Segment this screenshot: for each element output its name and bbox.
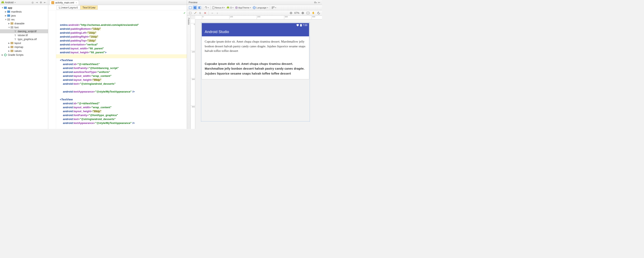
view-design-icon[interactable] xyxy=(188,6,192,10)
project-mode-dropdown[interactable]: Android ▾ xyxy=(1,1,16,4)
android-icon xyxy=(1,2,4,3)
code-editor: <> activity_main.xml × LinearLayout Text… xyxy=(48,0,187,129)
zoom-in-button[interactable]: ⊕ xyxy=(300,11,305,15)
textview-1[interactable]: Cupcake ipsum dolor sit. Amet chupa chup… xyxy=(205,39,306,53)
orientation-dropdown[interactable] xyxy=(204,6,210,10)
project-sidebar: Android ▾ ◎ ⇥ ⚙ ⇤ ▼app ▶manifests ▶java … xyxy=(0,0,48,129)
svg-rect-5 xyxy=(195,7,196,8)
wand-icon[interactable] xyxy=(193,11,197,15)
tree-node-app[interactable]: ▼app xyxy=(0,6,48,10)
xml-file-icon: <> xyxy=(51,1,54,4)
svg-rect-13 xyxy=(273,7,274,8)
palette-tab[interactable]: Palette xyxy=(187,16,191,129)
inspection-ok-icon: ✔ xyxy=(184,11,186,15)
ruler-vertical: 0 100 200 300 xyxy=(191,20,195,129)
gear-icon[interactable]: ⚙▾ xyxy=(314,1,317,4)
svg-point-17 xyxy=(196,12,196,12)
expand-v-icon[interactable]: ↕ xyxy=(215,11,219,15)
theme-dropdown[interactable]: AppTheme xyxy=(234,6,252,10)
target-icon[interactable]: ◎ xyxy=(31,1,34,4)
wifi-icon xyxy=(296,24,299,27)
sigma-icon[interactable]: Σ xyxy=(198,11,202,15)
close-icon[interactable]: × xyxy=(76,2,77,4)
crumb-linearlayout[interactable]: LinearLayout xyxy=(56,5,80,10)
collapse-icon[interactable]: ⇥ xyxy=(35,1,38,4)
battery-icon xyxy=(300,24,302,27)
design-canvas[interactable]: Palette 0 100 200 300 400 0 100 200 300 xyxy=(187,16,322,129)
tree-node-layout[interactable]: ▶layout xyxy=(0,41,48,45)
tree-file-lobster[interactable]: Tlobster.ttf xyxy=(0,33,48,37)
svg-rect-14 xyxy=(272,8,273,9)
view-blueprint-icon[interactable] xyxy=(193,6,197,10)
gear-icon[interactable]: ⚙ xyxy=(39,1,43,4)
tree-node-java[interactable]: ▶java xyxy=(0,14,48,18)
tab-label: activity_main.xml xyxy=(55,1,74,4)
view-both-icon[interactable] xyxy=(198,6,202,10)
svg-text:<>: <> xyxy=(52,2,54,4)
sidebar-header: Android ▾ ◎ ⇥ ⚙ ⇤ xyxy=(0,0,48,5)
svg-rect-3 xyxy=(189,7,192,9)
svg-rect-4 xyxy=(194,7,195,9)
status-bar: 7:00 xyxy=(202,23,309,27)
svg-point-0 xyxy=(4,54,6,56)
preview-toolbar-2: Σ ↔ ↕ ⊖ 67% ⊕ ✋ xyxy=(187,10,322,16)
svg-line-16 xyxy=(194,12,196,14)
hide-icon[interactable]: ⇤ xyxy=(43,1,47,4)
preview-title: Preview xyxy=(188,1,198,4)
tree-node-font[interactable]: ▼font xyxy=(0,25,48,29)
globe-icon xyxy=(253,6,256,9)
preview-header: Preview ⚙▾ ⇤ xyxy=(187,0,322,5)
svg-rect-22 xyxy=(300,24,302,27)
tree-node-mipmap[interactable]: ▶mipmap xyxy=(0,45,48,49)
tree-node-gradle[interactable]: ▶Gradle Scripts xyxy=(0,53,48,57)
clock: 7:00 xyxy=(302,24,307,27)
theme-icon xyxy=(235,7,238,9)
preview-panel: Preview ⚙▾ ⇤ Nexus 4 O AppTheme Language… xyxy=(187,0,322,129)
svg-rect-7 xyxy=(198,7,200,9)
svg-rect-8 xyxy=(200,7,201,9)
crumb-textview[interactable]: TextView xyxy=(80,5,98,10)
svg-point-11 xyxy=(236,7,237,8)
device-dropdown[interactable]: Nexus 4 xyxy=(212,6,226,10)
tree-file-dancing-script[interactable]: Tdancing_script.ttf xyxy=(0,29,48,33)
tree-file-typo-graphica[interactable]: Ttypo_graphica.otf xyxy=(0,37,48,41)
editor-tabs: <> activity_main.xml × xyxy=(48,0,187,5)
select-icon[interactable] xyxy=(188,11,192,15)
tree-node-manifests[interactable]: ▶manifests xyxy=(0,10,48,14)
api-dropdown[interactable]: O xyxy=(226,6,234,10)
clear-constraints-icon[interactable] xyxy=(203,11,207,15)
app-bar: Android Studio xyxy=(202,27,309,36)
zoom-out-button[interactable]: ⊖ xyxy=(289,11,293,15)
project-tree: ▼app ▶manifests ▶java ▼res ▶drawable ▼fo… xyxy=(0,5,48,129)
device-body: Cupcake ipsum dolor sit. Amet chupa chup… xyxy=(202,36,309,79)
variants-dropdown[interactable] xyxy=(271,6,277,10)
code-area[interactable]: ✔ xmlns:android="http://schemas.android.… xyxy=(48,10,187,129)
breadcrumb: LinearLayout TextView xyxy=(48,5,187,10)
expand-h-icon[interactable]: ↔ xyxy=(210,11,214,15)
app-title: Android Studio xyxy=(205,30,229,34)
svg-rect-9 xyxy=(212,7,214,9)
svg-rect-15 xyxy=(189,12,191,14)
device-frame[interactable]: 7:00 Android Studio Cupcake ipsum dolor … xyxy=(202,23,309,79)
project-mode-label: Android xyxy=(5,1,14,4)
gutter xyxy=(48,10,56,129)
svg-rect-20 xyxy=(307,12,309,14)
tree-node-res[interactable]: ▼res xyxy=(0,18,48,22)
pan-icon[interactable]: ✋ xyxy=(311,11,316,15)
tab-activity-main[interactable]: <> activity_main.xml × xyxy=(50,0,79,5)
svg-rect-23 xyxy=(300,24,302,24)
rotate-icon xyxy=(205,6,207,9)
tree-node-values[interactable]: ▶values xyxy=(0,49,48,53)
zoom-level: 67% xyxy=(294,12,299,15)
hide-icon[interactable]: ⇤ xyxy=(318,1,320,4)
textview-2[interactable]: Cupcake ipsum dolor sit. Amet chupa chup… xyxy=(205,62,306,76)
ruler-horizontal: 0 100 200 300 400 xyxy=(195,16,322,20)
svg-rect-6 xyxy=(195,8,196,9)
phone-icon xyxy=(212,6,214,9)
zoom-fit-icon[interactable] xyxy=(306,11,310,15)
svg-point-21 xyxy=(318,12,319,13)
warnings-icon[interactable] xyxy=(317,11,321,15)
tree-node-drawable[interactable]: ▶drawable xyxy=(0,22,48,25)
language-dropdown[interactable]: Language xyxy=(252,6,269,10)
svg-rect-12 xyxy=(272,7,273,8)
